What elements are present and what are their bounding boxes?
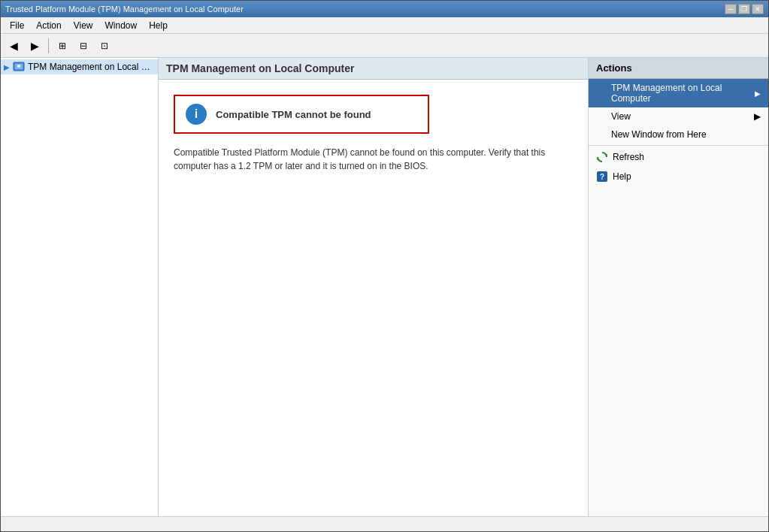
tree-arrow-icon: ▶ <box>4 63 10 71</box>
main-window: Trusted Platform Module (TPM) Management… <box>0 0 769 532</box>
title-bar: Trusted Platform Module (TPM) Management… <box>1 1 768 17</box>
menu-view[interactable]: View <box>68 19 99 32</box>
tree-item-tpm[interactable]: ▶ TPM Management on Local Comp <box>1 59 158 74</box>
action-help-label: Help <box>613 171 631 182</box>
actions-selected-item[interactable]: TPM Management on Local Computer ▶ <box>589 79 768 107</box>
error-box: i Compatible TPM cannot be found <box>174 95 429 134</box>
back-icon: ◀ <box>10 40 18 52</box>
toolbar: ◀ ▶ ⊞ ⊟ ⊡ <box>1 34 768 58</box>
svg-point-2 <box>17 65 20 68</box>
help-toolbar-icon: ⊡ <box>101 41 108 51</box>
restore-button[interactable]: ❐ <box>738 4 750 14</box>
forward-button[interactable]: ▶ <box>25 37 44 55</box>
menu-file[interactable]: File <box>4 19 30 32</box>
help-icon: ? <box>596 171 608 183</box>
menu-bar: File Action View Window Help <box>1 17 768 34</box>
action-new-window-label: New Window from Here <box>611 129 707 140</box>
action-view-arrow: ▶ <box>754 111 761 122</box>
refresh-icon <box>596 151 608 163</box>
action-view-label: View <box>611 111 631 122</box>
forward-icon: ▶ <box>31 40 39 52</box>
properties-icon: ⊟ <box>80 41 87 51</box>
menu-window[interactable]: Window <box>99 19 144 32</box>
minimize-button[interactable]: ─ <box>725 4 737 14</box>
main-layout: ▶ TPM Management on Local Comp TPM Manag… <box>1 58 768 516</box>
action-divider-1 <box>589 145 768 146</box>
window-controls: ─ ❐ ✕ <box>725 4 764 14</box>
panel-content: i Compatible TPM cannot be found Compati… <box>159 80 588 516</box>
action-new-window[interactable]: New Window from Here <box>589 125 768 144</box>
tpm-node-icon <box>13 61 25 73</box>
actions-panel: Actions TPM Management on Local Computer… <box>588 58 768 516</box>
action-refresh-label: Refresh <box>613 152 644 162</box>
action-refresh[interactable]: Refresh <box>589 147 768 167</box>
help-toolbar-button[interactable]: ⊡ <box>95 37 114 55</box>
center-panel: TPM Management on Local Computer i Compa… <box>159 58 588 516</box>
actions-header: Actions <box>589 58 768 79</box>
action-help[interactable]: ? Help <box>589 167 768 186</box>
properties-button[interactable]: ⊟ <box>74 37 93 55</box>
info-icon: i <box>186 104 207 125</box>
show-hide-button[interactable]: ⊞ <box>53 37 72 55</box>
error-title: Compatible TPM cannot be found <box>216 109 371 120</box>
actions-submenu-arrow: ▶ <box>755 89 761 98</box>
show-hide-icon: ⊞ <box>59 41 66 51</box>
error-description: Compatible Trusted Platform Module (TPM)… <box>174 146 573 173</box>
center-panel-header: TPM Management on Local Computer <box>159 58 588 80</box>
close-button[interactable]: ✕ <box>752 4 764 14</box>
status-bar <box>1 516 768 531</box>
action-view[interactable]: View ▶ <box>589 107 768 125</box>
tree-item-label: TPM Management on Local Comp <box>28 62 155 72</box>
toolbar-separator-1 <box>48 38 49 53</box>
back-button[interactable]: ◀ <box>4 37 23 55</box>
tree-panel: ▶ TPM Management on Local Comp <box>1 58 159 516</box>
menu-help[interactable]: Help <box>143 19 174 32</box>
menu-action[interactable]: Action <box>30 19 67 32</box>
window-title: Trusted Platform Module (TPM) Management… <box>5 5 725 14</box>
actions-selected-label: TPM Management on Local Computer <box>611 83 755 104</box>
